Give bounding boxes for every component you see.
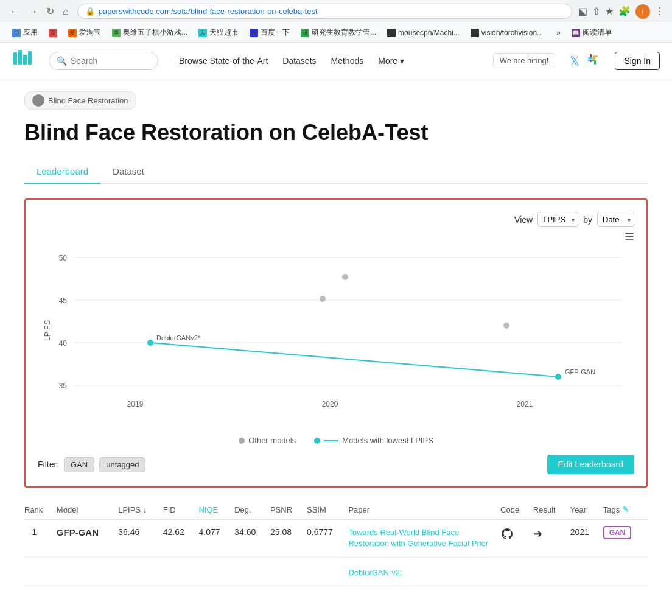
svg-text:40: 40 <box>59 339 68 348</box>
filter-left: Filter: GAN untagged <box>38 457 145 472</box>
legend-other-label: Other models <box>248 436 296 445</box>
tmall-icon: 天 <box>198 29 207 37</box>
bookmark-github1[interactable]: ⬡ mousecpn/Machi... <box>382 27 464 39</box>
nav-more-label: More <box>378 56 397 66</box>
metric-select[interactable]: LPIPS FID NIQE <box>537 212 578 227</box>
menu-btn[interactable]: ⋮ <box>655 5 665 17</box>
niqe-val-2 <box>198 557 234 586</box>
search-input[interactable] <box>71 56 150 66</box>
readlist-icon: 📖 <box>572 29 580 37</box>
bookmark-github2[interactable]: ⬡ vision/torchvision... <box>466 27 548 39</box>
date-select[interactable]: Date Rank <box>597 212 634 227</box>
other-point-3 <box>503 323 509 329</box>
bookmark-baidu[interactable]: 百 百度一下 <box>245 26 295 40</box>
sort-arrow-lpips: ↓ <box>143 505 147 514</box>
content-area: Blind Face Restoration Blind Face Restor… <box>0 79 672 598</box>
nav-methods[interactable]: Methods <box>331 56 364 66</box>
tabs: Leaderboard Dataset <box>24 160 648 184</box>
deg-val-2 <box>234 557 270 586</box>
other-point-2 <box>342 274 348 280</box>
breadcrumb-item[interactable]: Blind Face Restoration <box>24 91 136 110</box>
bookmark-taobao[interactable]: 爱 爱淘宝 <box>63 26 106 40</box>
paper-link-2[interactable]: DeblurGAN-v2: <box>348 568 402 577</box>
extensions-btn[interactable]: 🧩 <box>618 5 631 17</box>
legend-other: Other models <box>239 436 296 445</box>
lpips-val-2 <box>118 557 163 586</box>
svg-text:2020: 2020 <box>322 400 338 408</box>
github-icon[interactable] <box>500 530 514 543</box>
signin-button[interactable]: Sign In <box>615 52 660 70</box>
twitter-icon[interactable]: 𝕏 <box>570 54 579 68</box>
bookmark-jd[interactable]: 京 <box>44 27 62 39</box>
nav-browse[interactable]: Browse State-of-the-Art <box>179 56 268 66</box>
chart-wrapper: 50 45 40 35 LPIPS 2019 2020 2021 DeblurG… <box>38 233 634 430</box>
bookmark-tmall[interactable]: 天 天猫超市 <box>194 26 243 40</box>
bookmark-more[interactable]: » <box>551 27 565 39</box>
search-box[interactable]: 🔍 <box>49 52 158 70</box>
tab-leaderboard[interactable]: Leaderboard <box>24 160 100 184</box>
lpips-val: 36.46 <box>118 520 163 557</box>
screenshot-btn[interactable]: ⬕ <box>578 5 587 17</box>
col-rank: Rank <box>24 500 57 520</box>
filter-tags: GAN untagged <box>64 457 145 472</box>
tags-header: Tags ✎ <box>603 505 640 514</box>
reload-button[interactable]: ↻ <box>44 4 57 18</box>
site-logo[interactable] <box>12 47 34 74</box>
gan-tag[interactable]: GAN <box>603 526 632 539</box>
chess-icon: 奥 <box>112 29 121 37</box>
profile-btn[interactable]: i <box>635 4 650 19</box>
svg-rect-1 <box>18 50 22 65</box>
col-lpips[interactable]: LPIPS ↓ <box>118 500 163 520</box>
forward-button[interactable]: → <box>26 5 40 18</box>
bookmark-apps[interactable]: ⬡ 应用 <box>7 26 43 40</box>
result-icon[interactable]: ➜ <box>533 528 542 540</box>
bookmark-star[interactable]: ★ <box>605 5 614 17</box>
svg-rect-9 <box>593 55 595 60</box>
table-header-row: Rank Model LPIPS ↓ FID NIQE Deg. PSNR SS… <box>24 500 648 520</box>
tags-edit-icon[interactable]: ✎ <box>622 505 629 514</box>
code-cell[interactable] <box>500 520 533 557</box>
paper-cell: Towards Real-World Blind Face Restoratio… <box>348 520 500 557</box>
chart-svg: 50 45 40 35 LPIPS 2019 2020 2021 DeblurG… <box>38 233 634 428</box>
col-psnr: PSNR <box>270 500 307 520</box>
ssim-val: 0.6777 <box>307 520 348 557</box>
filter-tag-untagged[interactable]: untagged <box>99 457 145 472</box>
svg-text:2021: 2021 <box>517 400 533 408</box>
legend-other-dot <box>239 438 245 444</box>
legend-best-dot <box>314 438 320 444</box>
tab-dataset[interactable]: Dataset <box>100 160 156 184</box>
bookmark-edu[interactable]: 研 研究生教育教学管... <box>296 26 381 40</box>
tags-cell-2 <box>603 557 648 586</box>
deblugan-point <box>147 340 153 346</box>
slack-icon[interactable] <box>587 52 600 69</box>
home-button[interactable]: ⌂ <box>60 5 71 18</box>
col-deg: Deg. <box>234 500 270 520</box>
svg-rect-8 <box>595 55 598 57</box>
svg-text:50: 50 <box>59 254 68 262</box>
back-button[interactable]: ← <box>7 5 22 18</box>
by-label: by <box>583 215 592 225</box>
filter-tag-gan[interactable]: GAN <box>64 457 94 472</box>
svg-text:LPIPS: LPIPS <box>43 320 52 341</box>
psnr-val-2 <box>270 557 307 586</box>
model-cell: GFP-GAN <box>57 520 118 557</box>
niqe-val: 4.077 <box>198 520 234 557</box>
rank-cell-2 <box>24 557 57 586</box>
svg-rect-5 <box>590 60 592 62</box>
bookmark-readlist[interactable]: 📖 阅读清单 <box>567 26 617 40</box>
nav-datasets[interactable]: Datasets <box>282 56 316 66</box>
svg-text:2019: 2019 <box>127 400 144 408</box>
share-btn[interactable]: ⇧ <box>592 5 600 17</box>
edit-leaderboard-button[interactable]: Edit Leaderboard <box>547 455 634 474</box>
bookmark-chess[interactable]: 奥 奥维五子棋小游戏... <box>107 26 192 40</box>
hiring-badge[interactable]: We are hiring! <box>493 53 556 68</box>
address-bar[interactable]: 🔒 paperswithcode.com/sota/blind-face-res… <box>77 4 572 19</box>
psnr-val: 25.08 <box>270 520 307 557</box>
fid-val: 42.62 <box>163 520 199 557</box>
result-cell[interactable]: ➜ <box>533 520 570 557</box>
svg-text:45: 45 <box>59 296 68 305</box>
nav-more[interactable]: More ▾ <box>378 56 404 66</box>
paper-link[interactable]: Towards Real-World Blind Face Restoratio… <box>348 528 488 548</box>
search-icon: 🔍 <box>57 56 67 66</box>
browser-actions: ⬕ ⇧ ★ 🧩 i ⋮ <box>578 4 665 19</box>
